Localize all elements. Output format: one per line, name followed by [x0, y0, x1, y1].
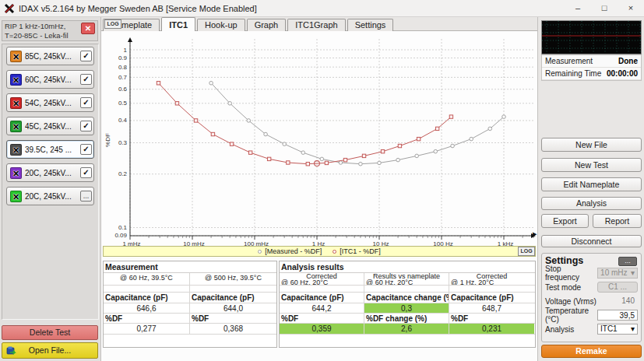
df-header: %DF: [104, 314, 190, 323]
svg-text:10 mHz: 10 mHz: [183, 240, 205, 246]
test-item[interactable]: ✕45C, 245kV...✓: [6, 117, 94, 135]
capacitance-value: 646,6: [104, 303, 190, 313]
test-item-checkbox[interactable]: ✓: [80, 97, 92, 108]
export-button[interactable]: Export: [541, 214, 589, 228]
delete-test-button[interactable]: Delete Test: [2, 325, 98, 340]
voltage-value: 140: [597, 296, 638, 307]
stop-frequency-select[interactable]: 10 mHz ▾: [597, 268, 638, 279]
analysis-button[interactable]: Analysis: [541, 197, 642, 210]
test-item-checkbox[interactable]: ✓: [80, 167, 92, 178]
test-item-checkbox[interactable]: ✓: [80, 121, 92, 131]
svg-text:0.5: 0.5: [118, 100, 128, 107]
close-test-set-button[interactable]: ✕: [81, 23, 95, 34]
table-cell: [104, 286, 190, 292]
df-value: 0,277: [104, 324, 190, 334]
table-row: Capacitance (pF)Capacitance (pF): [104, 293, 276, 303]
right-panel: Measurement Done Remaining Time 00:00:00…: [537, 17, 644, 361]
legend-label-itc1: [ITC1 - %DF]: [340, 247, 381, 255]
settings-panel: Settings ... Stop frequency 10 mHz ▾ Tes…: [541, 253, 642, 342]
svg-text:0.4: 0.4: [118, 117, 128, 124]
analysis-df-value: 0,359: [280, 324, 364, 334]
analysis-select[interactable]: ITC1 ▾: [597, 324, 638, 335]
temperature-input[interactable]: [597, 310, 638, 321]
table-cell: [190, 286, 276, 292]
svg-text:0.3: 0.3: [118, 139, 128, 146]
measurement-status-value: Done: [618, 57, 638, 65]
test-item[interactable]: ✕20C, 245kV...✓: [6, 163, 94, 182]
tab-itc1[interactable]: ITC1: [161, 17, 195, 31]
test-color-icon: ✕: [10, 74, 22, 86]
open-file-button[interactable]: Open File...: [2, 342, 98, 359]
chevron-down-icon: ▾: [631, 324, 635, 334]
status-box: Measurement Done Remaining Time 00:00:00: [541, 54, 642, 81]
disconnect-button[interactable]: Disconnect: [541, 235, 642, 247]
stop-frequency-label: Stop frequency: [545, 265, 597, 282]
test-color-icon: ✕: [10, 167, 22, 179]
log-scale-toggle-bottom[interactable]: LOG: [518, 247, 535, 256]
report-button[interactable]: Report: [593, 214, 642, 228]
maximize-button[interactable]: □: [591, 0, 618, 17]
df-value: 0,368: [190, 324, 276, 334]
log-scale-toggle-top[interactable]: LOG: [104, 19, 121, 29]
table-row: 644,20,3648,7: [280, 303, 535, 314]
svg-text:0.6: 0.6: [118, 86, 128, 93]
svg-text:1 kHz: 1 kHz: [498, 240, 513, 246]
test-item[interactable]: ✕39.5C, 245 ...✓: [6, 140, 94, 159]
svg-text:0.1: 0.1: [118, 224, 128, 231]
minimize-button[interactable]: –: [565, 0, 591, 17]
test-mode-row: Test mode C1 ...: [545, 280, 638, 294]
new-file-button[interactable]: New File: [541, 138, 642, 152]
tab-graph[interactable]: Graph: [247, 19, 287, 31]
svg-text:1: 1: [124, 47, 128, 54]
analysis-cap-value: 644,2: [280, 303, 364, 313]
test-item-label: 20C, 245kV...: [25, 192, 80, 201]
tab-settings[interactable]: Settings: [347, 19, 394, 31]
test-list: ✕85C, 245kV...✓✕60C, 245kV...✓✕54C, 245k…: [2, 44, 99, 320]
open-file-label: Open File...: [29, 345, 71, 355]
test-item[interactable]: ✕54C, 245kV...✓: [6, 93, 94, 112]
table-row: @ 60 Hz, 39.5°C@ 500 Hz, 39.5°C: [104, 273, 276, 286]
chevron-down-icon: ▾: [631, 268, 635, 278]
temperature-row: Temperature (°C): [545, 308, 638, 322]
test-item-checkbox[interactable]: ✓: [80, 144, 92, 155]
status-measurement-row: Measurement Done: [542, 55, 641, 68]
group-header: Results vs nameplate@ 60 Hz, 20°C: [364, 273, 449, 285]
test-item[interactable]: ✕20C, 245kV......: [6, 187, 94, 205]
table-row: 0,2770,368: [104, 324, 276, 335]
edit-nameplate-button[interactable]: Edit Nameplate: [541, 177, 642, 191]
svg-text:0.9: 0.9: [118, 54, 128, 61]
test-item-checkbox[interactable]: ✓: [80, 51, 92, 61]
status-remaining-row: Remaining Time 00:00:00: [542, 68, 641, 80]
test-item[interactable]: ✕85C, 245kV...✓: [6, 47, 94, 65]
table-row: %DF%DF change (%)%DF: [280, 314, 535, 324]
app-icon: [4, 3, 15, 14]
svg-text:0.8: 0.8: [118, 64, 128, 71]
test-item-checkbox[interactable]: ✓: [80, 74, 92, 85]
test-item[interactable]: ✕60C, 245kV...✓: [6, 70, 94, 89]
main-panel: NameplateITC1Hook-upGraphITC1GraphSettin…: [101, 17, 537, 361]
table-cell: [280, 286, 364, 292]
voltage-label: Voltage (Vrms): [545, 297, 596, 306]
analysis-row: Analysis ITC1 ▾: [545, 322, 638, 336]
close-button[interactable]: ×: [618, 0, 644, 17]
test-mode-button[interactable]: C1 ...: [597, 282, 638, 293]
group-header: Corrected@ 1 Hz, 20°C: [449, 273, 534, 285]
analysis-cap-header: Capacitance change (%): [364, 293, 449, 303]
settings-more-button[interactable]: ...: [618, 257, 637, 266]
new-test-button[interactable]: New Test: [541, 158, 642, 172]
analysis-value: ITC1: [600, 324, 618, 334]
analysis-table-title: Analysis results: [280, 261, 535, 273]
test-item-label: 85C, 245kV...: [25, 52, 80, 61]
df-header: %DF: [190, 314, 276, 323]
remaining-time-value: 00:00:00: [607, 69, 638, 78]
y-axis-label: %DF: [104, 133, 111, 147]
remake-button[interactable]: Remake: [541, 345, 642, 358]
tab-hook-up[interactable]: Hook-up: [197, 19, 245, 31]
tab-itc1graph[interactable]: ITC1Graph: [287, 19, 345, 31]
temperature-label: Temperature (°C): [545, 307, 597, 324]
test-item-checkbox[interactable]: ...: [80, 191, 92, 202]
capacitance-header: Capacitance (pF): [104, 293, 190, 303]
analysis-df-header: %DF: [449, 314, 534, 323]
chart-canvas[interactable]: 10.90.80.70.60.50.40.30.20.10.091 mHz10 …: [103, 31, 536, 246]
svg-text:100 Hz: 100 Hz: [433, 240, 452, 246]
